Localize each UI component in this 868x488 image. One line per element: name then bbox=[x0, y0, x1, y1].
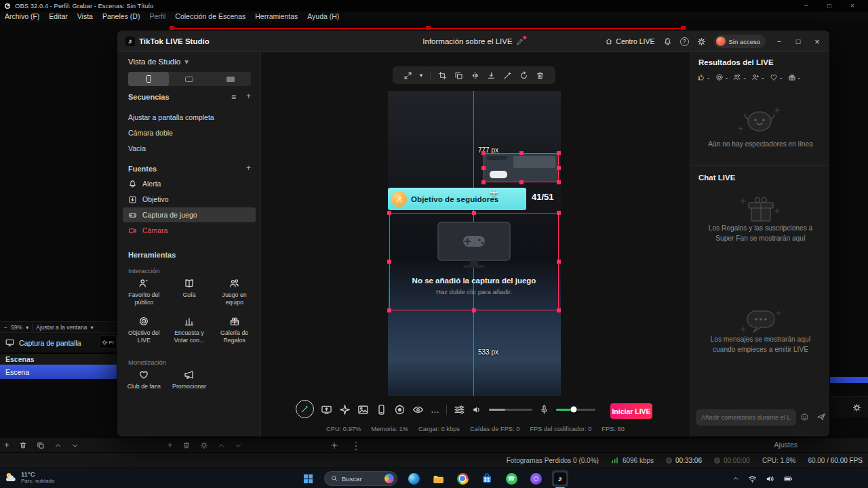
tool-club-fans[interactable]: Club de fans bbox=[121, 369, 167, 390]
menu-item-coleccion[interactable]: Colección de Escenas bbox=[170, 12, 250, 22]
media-button[interactable] bbox=[357, 404, 369, 415]
phone-mirror-button[interactable] bbox=[376, 404, 387, 415]
fit-window-label[interactable]: Ajustar a la ventana bbox=[36, 324, 87, 331]
send-comment-button[interactable] bbox=[816, 412, 826, 422]
taskbar-whatsapp-icon[interactable]: ☎ bbox=[503, 470, 519, 487]
gear-icon[interactable] bbox=[852, 403, 861, 412]
effects-button[interactable] bbox=[339, 404, 351, 415]
beauty-effects-button[interactable] bbox=[296, 400, 314, 418]
resize-handle[interactable] bbox=[387, 308, 391, 312]
taskbar-explorer-icon[interactable] bbox=[430, 470, 446, 487]
taskbar-tiktok-icon[interactable]: ♪ bbox=[552, 470, 568, 487]
resize-handle[interactable] bbox=[557, 151, 561, 155]
move-source-down-button[interactable] bbox=[235, 442, 242, 449]
mixer-menu-button[interactable]: ⋮ bbox=[351, 439, 361, 452]
download-button[interactable] bbox=[487, 71, 496, 80]
live-comment-box[interactable] bbox=[696, 409, 796, 426]
studio-close-button[interactable]: × bbox=[812, 37, 823, 47]
move-scene-down-button[interactable] bbox=[71, 442, 79, 449]
stat-likes[interactable]: - bbox=[697, 73, 709, 81]
start-live-button[interactable]: Iniciar LIVE bbox=[610, 403, 652, 419]
resize-handle[interactable] bbox=[557, 308, 561, 312]
source-properties-gear-button[interactable] bbox=[200, 441, 208, 449]
sequences-list-button[interactable]: ≡ bbox=[231, 93, 236, 101]
expand-button[interactable] bbox=[403, 71, 412, 80]
duplicate-button[interactable] bbox=[454, 71, 463, 80]
layout-landscape-button[interactable] bbox=[169, 72, 210, 86]
flip-button[interactable] bbox=[471, 71, 479, 80]
notifications-bell-button[interactable] bbox=[663, 37, 672, 46]
record-button[interactable] bbox=[394, 404, 406, 415]
expand-dropdown-icon[interactable]: ▾ bbox=[420, 72, 423, 79]
taskbar-viber-icon[interactable] bbox=[528, 470, 544, 487]
resize-handle[interactable] bbox=[519, 151, 524, 155]
studio-view-dropdown[interactable]: Vista de Studio ▾ bbox=[128, 57, 189, 66]
duplicate-scene-button[interactable] bbox=[37, 441, 45, 449]
mic-volume-slider[interactable] bbox=[556, 409, 595, 411]
source-item-objetivo[interactable]: Objetivo bbox=[123, 192, 256, 207]
add-source-dock-button[interactable]: + bbox=[167, 438, 173, 453]
more-button[interactable]: … bbox=[431, 405, 439, 414]
preview-eye-button[interactable] bbox=[412, 404, 424, 415]
studio-maximize-button[interactable]: □ bbox=[793, 37, 804, 45]
resize-handle[interactable] bbox=[387, 260, 391, 264]
studio-minimize-button[interactable]: − bbox=[774, 37, 785, 45]
live-center-button[interactable]: Centro LIVE bbox=[605, 37, 654, 45]
tool-objetivo-live[interactable]: Objetivo del LIVE bbox=[121, 316, 167, 344]
layout-portrait-button[interactable] bbox=[128, 72, 169, 86]
remove-source-button[interactable] bbox=[182, 441, 191, 449]
resize-handle[interactable] bbox=[481, 151, 486, 155]
resize-handle[interactable] bbox=[557, 211, 561, 215]
crop-button[interactable] bbox=[438, 71, 447, 80]
game-capture-selection[interactable]: No se añadió la captura del juego Haz do… bbox=[389, 213, 559, 310]
menu-item-archivo[interactable]: Archivo (F) bbox=[0, 12, 44, 22]
stat-followers[interactable]: - bbox=[751, 73, 764, 81]
menu-item-paneles[interactable]: Paneles (D) bbox=[98, 12, 144, 22]
menu-item-perfil[interactable]: Perfil bbox=[144, 12, 170, 22]
zoom-dropdown-icon[interactable]: ▾ bbox=[26, 324, 28, 331]
effects-wand-button[interactable] bbox=[503, 71, 512, 80]
account-pill[interactable]: Sin acceso bbox=[714, 35, 766, 48]
stat-hearts[interactable]: - bbox=[770, 73, 782, 81]
audio-mixer-button[interactable] bbox=[454, 404, 465, 415]
tool-galeria-regalos[interactable]: Galería de Regalos bbox=[212, 316, 257, 344]
delete-button[interactable] bbox=[536, 71, 545, 80]
settings-gear-button[interactable] bbox=[697, 37, 706, 46]
stat-coins[interactable]: - bbox=[715, 73, 728, 81]
advanced-audio-button[interactable] bbox=[330, 441, 338, 449]
weather-widget[interactable]: 11°C Parc. nublado bbox=[4, 470, 54, 485]
battery-icon[interactable] bbox=[783, 474, 793, 483]
add-scene-button[interactable]: + bbox=[4, 438, 9, 453]
remove-scene-button[interactable] bbox=[19, 441, 27, 449]
obs-minimize-button[interactable]: − bbox=[795, 0, 818, 12]
overlay-widget-selection[interactable] bbox=[484, 153, 559, 182]
resize-handle[interactable] bbox=[557, 166, 561, 170]
menu-item-vista[interactable]: Vista bbox=[73, 12, 98, 22]
resize-handle[interactable] bbox=[387, 211, 391, 215]
obs-maximize-button[interactable]: □ bbox=[818, 0, 841, 12]
menu-item-ayuda[interactable]: Ayuda (H) bbox=[302, 12, 344, 22]
sequence-item-dual-camera[interactable]: Cámara doble bbox=[128, 129, 173, 137]
speaker-button[interactable] bbox=[472, 405, 482, 415]
obs-close-button[interactable]: × bbox=[841, 0, 864, 12]
source-properties-button[interactable]: Pr bbox=[99, 336, 117, 349]
move-source-up-button[interactable] bbox=[218, 442, 225, 449]
stat-gifts[interactable]: - bbox=[788, 73, 800, 81]
tool-favorito-publico[interactable]: Favorito del público bbox=[121, 278, 167, 306]
add-source-button[interactable]: + bbox=[246, 164, 251, 172]
menu-item-editar[interactable]: Editar bbox=[44, 12, 72, 22]
fit-dropdown-icon[interactable]: ▾ bbox=[90, 324, 93, 331]
source-item-captura-juego[interactable]: Captura de juego bbox=[123, 207, 256, 222]
tool-encuesta[interactable]: Encuesta y Votar con... bbox=[167, 316, 212, 344]
sequence-item-fullscreen[interactable]: Ajustar a pantalla completa bbox=[128, 113, 214, 121]
resize-handle[interactable] bbox=[472, 308, 476, 312]
layout-gallery-button[interactable] bbox=[210, 72, 251, 86]
tool-promocionar[interactable]: Promocionar bbox=[167, 369, 212, 390]
stat-viewers[interactable]: - bbox=[733, 73, 745, 81]
emoji-button[interactable] bbox=[800, 413, 809, 422]
resize-handle[interactable] bbox=[472, 211, 476, 215]
add-sequence-button[interactable]: + bbox=[246, 92, 251, 100]
resize-handle[interactable] bbox=[519, 180, 524, 184]
resize-handle[interactable] bbox=[557, 180, 561, 184]
taskbar-edge-icon[interactable] bbox=[406, 470, 422, 487]
